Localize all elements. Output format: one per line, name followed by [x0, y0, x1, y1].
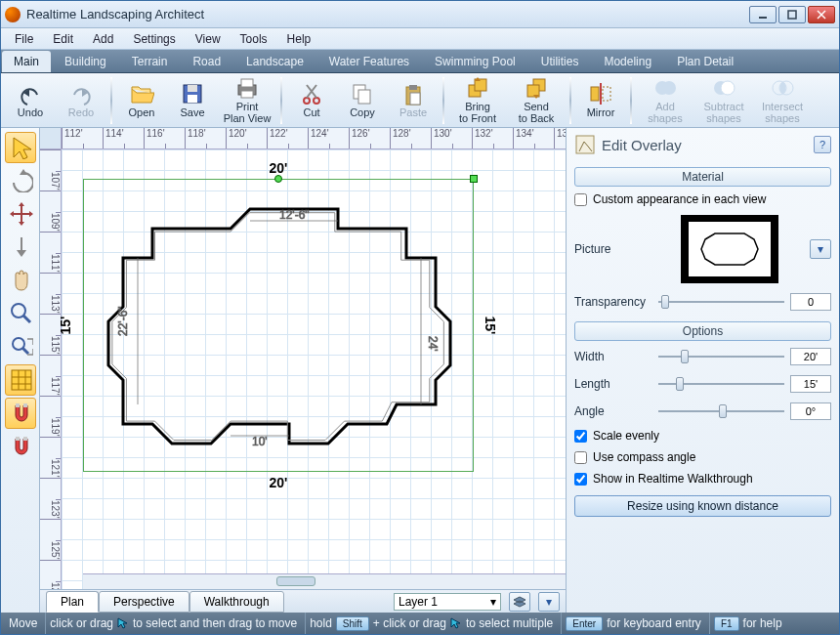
svg-rect-39 — [23, 403, 27, 407]
transparency-slider[interactable] — [658, 295, 784, 309]
move-tool-tool[interactable] — [5, 198, 36, 230]
rotate-handle[interactable] — [274, 175, 282, 183]
save-button[interactable]: Save — [169, 76, 216, 125]
tab-road[interactable]: Road — [181, 51, 232, 72]
svg-rect-37 — [12, 370, 31, 390]
help-button[interactable]: ? — [814, 136, 831, 153]
menu-tools[interactable]: Tools — [231, 30, 277, 48]
svg-rect-25 — [603, 87, 610, 101]
angle-label: Angle — [574, 404, 652, 418]
down-tool-tool[interactable] — [5, 232, 36, 263]
layer-dropdown-button[interactable]: ▾ — [538, 592, 560, 612]
use-compass-checkbox[interactable] — [574, 451, 587, 464]
resize-known-distance-button[interactable]: Resize using known distance — [574, 495, 831, 517]
svg-text:12'-6": 12'-6" — [279, 208, 310, 222]
zoom-icon — [8, 300, 33, 328]
bring-to-front-button[interactable]: Bringto Front — [450, 76, 505, 125]
open-button[interactable]: Open — [118, 76, 165, 125]
close-button[interactable] — [808, 6, 835, 23]
print-plan-view-button[interactable]: PrintPlan View — [220, 76, 274, 125]
options-section-header[interactable]: Options — [574, 321, 831, 341]
resize-handle[interactable] — [470, 175, 478, 183]
menu-help[interactable]: Help — [277, 30, 321, 48]
redo-button: Redo — [58, 76, 105, 125]
magnet-tool[interactable] — [5, 398, 36, 429]
print-icon — [234, 75, 260, 101]
menu-view[interactable]: View — [186, 30, 231, 48]
undo-button[interactable]: Undo — [7, 76, 54, 125]
tab-main[interactable]: Main — [2, 51, 51, 72]
svg-rect-6 — [188, 95, 197, 103]
zoom-tool[interactable] — [5, 298, 36, 329]
layers-button[interactable] — [509, 592, 530, 612]
angle-slider[interactable] — [658, 404, 784, 418]
scrollbar-horizontal[interactable] — [83, 573, 566, 589]
canvas[interactable]: 20' 20' 15' 15' 12'-6" 22'-6" 24' — [62, 149, 566, 589]
tab-landscape[interactable]: Landscape — [234, 51, 315, 72]
layers-icon — [513, 596, 526, 608]
scrollbar-thumb[interactable] — [276, 576, 315, 586]
overlay-selection[interactable]: 20' 20' 15' 15' 12'-6" 22'-6" 24' — [83, 179, 474, 472]
layer-select[interactable]: Layer 1 ▾ — [394, 593, 501, 611]
pan-hand-icon — [8, 267, 33, 295]
magnet-red-tool[interactable] — [5, 431, 36, 462]
floorplan-thumbnail-icon — [695, 228, 764, 271]
custom-appearance-checkbox[interactable] — [574, 193, 587, 206]
view-tabs-bar: PlanPerspectiveWalkthrough Layer 1 ▾ ▾ — [40, 589, 566, 613]
tab-water-features[interactable]: Water Features — [317, 51, 421, 72]
rotate-tool[interactable] — [5, 165, 36, 196]
layer-label: Layer 1 — [399, 595, 438, 609]
mesh-tool[interactable] — [5, 364, 36, 396]
dim-right: 15' — [483, 317, 499, 335]
menu-add[interactable]: Add — [83, 30, 123, 48]
tab-modeling[interactable]: Modeling — [592, 51, 663, 72]
tab-swimming-pool[interactable]: Swimming Pool — [423, 51, 527, 72]
copy-icon — [350, 81, 375, 106]
width-slider[interactable] — [658, 350, 784, 363]
overlay-icon — [574, 134, 596, 155]
magnet-red-icon — [8, 433, 33, 461]
copy-button[interactable]: Copy — [339, 76, 386, 125]
canvas-area[interactable]: 112'114'116'118'120'122'124'126'128'130'… — [40, 128, 566, 589]
ruler-corner — [40, 128, 62, 149]
view-tab-perspective[interactable]: Perspective — [99, 591, 189, 613]
zoom-extents-tool[interactable] — [5, 331, 36, 362]
picture-dropdown[interactable]: ▾ — [810, 239, 831, 259]
picture-preview[interactable] — [681, 215, 778, 283]
toolbar: UndoRedoOpenSavePrintPlan ViewCutCopyPas… — [1, 73, 839, 128]
tab-utilities[interactable]: Utilities — [529, 51, 591, 72]
use-compass-label: Use compass angle — [593, 450, 695, 464]
mirror-button[interactable]: Mirror — [577, 76, 624, 125]
angle-value[interactable]: 0° — [790, 402, 831, 420]
length-value[interactable]: 15' — [790, 375, 831, 393]
pan-hand-tool[interactable] — [5, 265, 36, 296]
down-tool-icon — [8, 233, 33, 262]
menu-file[interactable]: File — [5, 30, 43, 48]
svg-text:10': 10' — [252, 435, 268, 448]
svg-rect-8 — [241, 79, 253, 87]
pointer-tool[interactable] — [5, 132, 36, 163]
svg-rect-9 — [241, 91, 253, 98]
send-to-back-button[interactable]: Sendto Back — [509, 76, 564, 125]
tab-terrain[interactable]: Terrain — [120, 51, 180, 72]
minimize-button[interactable] — [749, 6, 777, 23]
menu-edit[interactable]: Edit — [43, 30, 83, 48]
tab-plan-detail[interactable]: Plan Detail — [665, 51, 745, 72]
status-mode: Move — [9, 616, 37, 630]
ruler-vertical: 107'109'111'113'115'117'119'121'123'125'… — [40, 149, 62, 589]
transparency-value[interactable]: 0 — [790, 293, 831, 311]
material-section-header[interactable]: Material — [574, 167, 831, 187]
view-tab-plan[interactable]: Plan — [46, 591, 99, 613]
width-value[interactable]: 20' — [790, 348, 831, 365]
scale-evenly-checkbox[interactable] — [574, 430, 587, 443]
cut-button[interactable]: Cut — [288, 76, 335, 125]
length-slider[interactable] — [658, 377, 784, 391]
tab-building[interactable]: Building — [53, 51, 118, 72]
menu-settings[interactable]: Settings — [123, 30, 185, 48]
properties-panel: Edit Overlay ? Material Custom appearanc… — [566, 128, 839, 613]
view-tab-walkthrough[interactable]: Walkthrough — [189, 591, 284, 613]
maximize-button[interactable] — [778, 6, 806, 23]
show-walkthrough-checkbox[interactable] — [574, 473, 587, 486]
svg-rect-5 — [188, 85, 197, 92]
intersect-shapes-button: Intersectshapes — [755, 76, 810, 125]
